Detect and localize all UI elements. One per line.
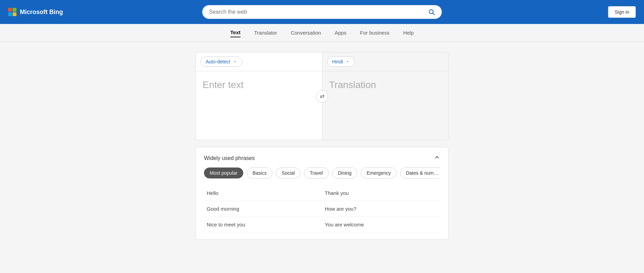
logo-yellow — [13, 12, 16, 16]
nav-item-translator[interactable]: Translator — [254, 28, 277, 37]
phrase-good-morning[interactable]: Good morning — [204, 201, 322, 217]
nav-item-help[interactable]: Help — [403, 28, 414, 37]
phrase-you-are-welcome[interactable]: You are welcome — [322, 217, 440, 233]
swap-button[interactable]: ⇄ — [316, 90, 328, 102]
search-input[interactable] — [209, 9, 428, 15]
translator-container: Auto-detect Enter text ⇄ Hindi — [195, 52, 449, 140]
left-panel: Auto-detect Enter text — [196, 52, 322, 140]
tag-social[interactable]: Social — [276, 167, 300, 178]
translator-panels: Auto-detect Enter text ⇄ Hindi — [196, 52, 448, 140]
tag-dates-numbers[interactable]: Dates & num… — [400, 167, 440, 178]
source-placeholder: Enter text — [203, 79, 244, 90]
phrase-list: Hello Thank you Good morning How are you… — [204, 185, 440, 233]
target-lang-label: Hindi — [332, 59, 343, 64]
logo-text: Microsoft Bing — [20, 9, 63, 16]
search-bar-container — [202, 5, 442, 19]
tag-basics[interactable]: Basics — [247, 167, 272, 178]
source-lang-chevron-icon — [233, 60, 237, 64]
phrase-how-are-you[interactable]: How are you? — [322, 201, 440, 217]
nav-item-for-business[interactable]: For business — [360, 28, 389, 37]
search-bar — [202, 5, 442, 19]
main-content: Auto-detect Enter text ⇄ Hindi — [0, 42, 644, 250]
tag-most-popular[interactable]: Most popular — [204, 167, 243, 178]
phrase-tags: Most popular Basics Social Travel Dining… — [204, 167, 440, 178]
swap-icon: ⇄ — [320, 93, 324, 99]
target-lang-chevron-icon — [346, 60, 350, 64]
logo-green — [13, 8, 16, 12]
source-lang-label: Auto-detect — [206, 59, 230, 64]
logo-red — [8, 8, 12, 12]
right-panel: Hindi Translation — [322, 52, 449, 140]
tag-travel[interactable]: Travel — [304, 167, 329, 178]
target-text-area: Translation — [322, 71, 449, 140]
target-lang-dropdown[interactable]: Hindi — [327, 57, 355, 67]
source-text-area[interactable]: Enter text — [196, 71, 322, 140]
nav-bar: Text Translator Conversation Apps For bu… — [0, 24, 644, 42]
source-lang-dropdown[interactable]: Auto-detect — [201, 57, 242, 67]
phrase-thank-you[interactable]: Thank you — [322, 185, 440, 201]
tag-dining[interactable]: Dining — [332, 167, 358, 178]
sign-in-button[interactable]: Sign in — [608, 6, 636, 18]
logo-area: Microsoft Bing — [8, 8, 63, 16]
nav-item-text[interactable]: Text — [230, 28, 241, 37]
header: Microsoft Bing Sign in — [0, 0, 644, 24]
phrase-hello[interactable]: Hello — [204, 185, 322, 201]
search-button[interactable] — [428, 9, 435, 15]
microsoft-logo — [8, 8, 16, 16]
tag-emergency[interactable]: Emergency — [361, 167, 397, 178]
phrases-section: Widely used phrases Most popular Basics … — [195, 147, 449, 240]
nav-item-conversation[interactable]: Conversation — [291, 28, 321, 37]
target-lang-selector: Hindi — [322, 52, 449, 71]
phrase-nice-to-meet-you[interactable]: Nice to meet you — [204, 217, 322, 233]
phrases-header: Widely used phrases — [204, 154, 440, 162]
phrases-collapse-button[interactable] — [434, 154, 440, 162]
phrases-title: Widely used phrases — [204, 155, 255, 161]
target-placeholder: Translation — [329, 79, 376, 90]
nav-item-apps[interactable]: Apps — [335, 28, 346, 37]
search-icon — [428, 9, 435, 15]
source-lang-selector: Auto-detect — [196, 52, 322, 71]
logo-blue — [8, 12, 12, 16]
chevron-up-icon — [434, 154, 440, 160]
svg-line-1 — [433, 13, 435, 15]
